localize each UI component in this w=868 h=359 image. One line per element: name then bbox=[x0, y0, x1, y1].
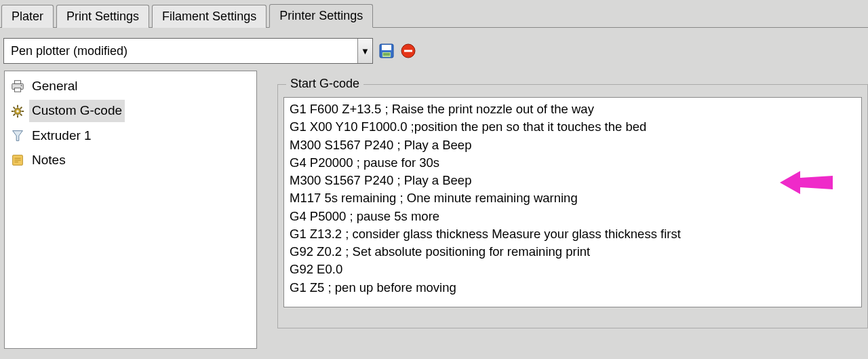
svg-point-20 bbox=[16, 110, 19, 113]
tab-strip: Plater Print Settings Filament Settings … bbox=[0, 0, 868, 28]
settings-tree: General Custom G-code Extruder 1 Notes bbox=[4, 71, 257, 349]
svg-rect-9 bbox=[14, 88, 20, 92]
printer-icon bbox=[10, 79, 25, 94]
note-icon bbox=[10, 153, 25, 168]
delete-icon[interactable] bbox=[400, 43, 416, 59]
tab-plater[interactable]: Plater bbox=[1, 5, 54, 28]
tab-label: Print Settings bbox=[66, 10, 139, 23]
start-gcode-groupbox: Start G-code bbox=[277, 84, 868, 328]
profile-select[interactable]: Pen plotter (modified) ▼ bbox=[3, 38, 373, 64]
tree-item-label: Custom G-code bbox=[29, 100, 125, 121]
tree-item-general[interactable]: General bbox=[5, 74, 256, 98]
svg-rect-8 bbox=[14, 81, 20, 84]
tab-label: Plater bbox=[12, 10, 43, 23]
tree-item-extruder-1[interactable]: Extruder 1 bbox=[5, 124, 256, 148]
tab-label: Printer Settings bbox=[279, 9, 363, 22]
tree-item-label: Notes bbox=[29, 149, 68, 171]
tree-item-custom-gcode[interactable]: Custom G-code bbox=[5, 98, 256, 123]
profile-row: Pen plotter (modified) ▼ bbox=[0, 28, 868, 71]
svg-rect-1 bbox=[382, 45, 391, 50]
main-area: General Custom G-code Extruder 1 Notes S… bbox=[0, 71, 868, 349]
profile-selected-text: Pen plotter (modified) bbox=[4, 44, 357, 58]
tab-print-settings[interactable]: Print Settings bbox=[56, 5, 149, 28]
gear-icon bbox=[10, 104, 25, 119]
svg-rect-6 bbox=[404, 50, 412, 52]
dropdown-arrow-icon[interactable]: ▼ bbox=[357, 39, 372, 63]
svg-line-19 bbox=[20, 107, 22, 109]
tree-item-label: General bbox=[29, 75, 81, 97]
funnel-icon bbox=[10, 128, 25, 143]
groupbox-legend: Start G-code bbox=[286, 77, 363, 91]
svg-line-17 bbox=[20, 113, 22, 115]
tab-filament-settings[interactable]: Filament Settings bbox=[152, 5, 267, 28]
start-gcode-textarea[interactable] bbox=[283, 97, 862, 307]
save-icon[interactable] bbox=[378, 43, 395, 59]
svg-point-10 bbox=[21, 85, 22, 86]
tab-label: Filament Settings bbox=[162, 10, 256, 23]
tab-printer-settings[interactable]: Printer Settings bbox=[269, 4, 373, 28]
content-area: Start G-code bbox=[277, 71, 868, 349]
svg-line-18 bbox=[14, 113, 16, 115]
tree-item-notes[interactable]: Notes bbox=[5, 148, 256, 172]
tree-item-label: Extruder 1 bbox=[29, 125, 94, 147]
svg-line-16 bbox=[14, 107, 16, 109]
